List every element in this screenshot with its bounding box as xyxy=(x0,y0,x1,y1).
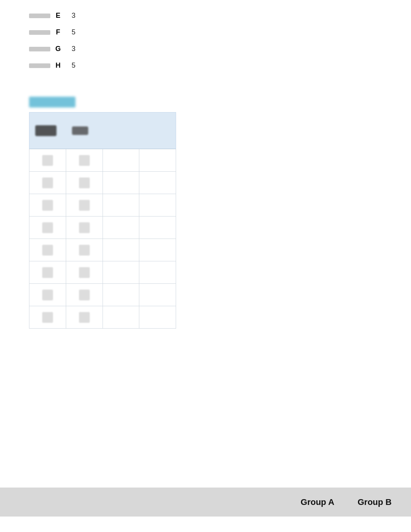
cell-icon xyxy=(42,245,53,256)
table-cell xyxy=(66,194,103,217)
cell-icon xyxy=(79,245,90,256)
legend-value-h: 5 xyxy=(72,61,75,70)
legend-item-h: H 5 xyxy=(29,61,75,70)
table-cell xyxy=(29,306,66,329)
cell-icon xyxy=(42,290,53,300)
table-row xyxy=(29,306,176,329)
legend-item-g: G 3 xyxy=(29,45,75,53)
legend-bar-f xyxy=(29,30,50,35)
table-cell xyxy=(139,194,176,217)
legend-label-f: F xyxy=(54,28,62,36)
table-row xyxy=(29,284,176,306)
legend-value-f: 5 xyxy=(72,28,75,36)
footer-bar: Group A Group B xyxy=(0,488,411,517)
legend-bar-h xyxy=(29,63,50,68)
table-row xyxy=(29,172,176,194)
table-cell xyxy=(103,239,139,261)
cell-icon xyxy=(79,290,90,300)
table-row xyxy=(29,261,176,284)
table-cell xyxy=(103,306,139,329)
table-row xyxy=(29,217,176,239)
blot-band-2 xyxy=(72,126,88,135)
section-header xyxy=(29,97,75,107)
legend-value-e: 3 xyxy=(72,12,75,20)
table-cell xyxy=(66,261,103,284)
legend-item-f: F 5 xyxy=(29,28,75,36)
table-row xyxy=(29,149,176,172)
cell-icon xyxy=(79,312,90,323)
table-cell xyxy=(29,284,66,306)
cell-icon xyxy=(79,200,90,211)
group-b-label: Group B xyxy=(358,497,392,507)
table-cell xyxy=(103,261,139,284)
table-cell xyxy=(139,217,176,239)
legend-bar-g xyxy=(29,47,50,51)
table-cell xyxy=(66,172,103,194)
legend-label-e: E xyxy=(54,12,62,20)
legend-value-g: 3 xyxy=(72,45,75,53)
table-cell xyxy=(103,284,139,306)
table-cell xyxy=(29,172,66,194)
table-cell xyxy=(66,217,103,239)
table-cell xyxy=(103,217,139,239)
legend-bar-e xyxy=(29,14,50,18)
table-cell xyxy=(29,149,66,172)
legend-label-h: H xyxy=(54,61,62,70)
cell-icon xyxy=(42,312,53,323)
table-cell xyxy=(66,306,103,329)
cell-icon xyxy=(79,177,90,188)
table-cell xyxy=(139,261,176,284)
table-cell xyxy=(103,194,139,217)
table-cell xyxy=(103,172,139,194)
table-cell xyxy=(139,149,176,172)
data-table xyxy=(29,149,176,329)
cell-icon xyxy=(42,267,53,278)
cell-icon xyxy=(42,222,53,233)
legend-section: E 3 F 5 G 3 H 5 xyxy=(29,12,75,78)
table-cell xyxy=(29,194,66,217)
table-cell xyxy=(66,284,103,306)
group-a-label: Group A xyxy=(301,497,334,507)
table-cell xyxy=(66,149,103,172)
table-cell xyxy=(103,149,139,172)
table-row xyxy=(29,194,176,217)
cell-icon xyxy=(42,177,53,188)
table-row xyxy=(29,239,176,261)
table-cell xyxy=(29,217,66,239)
legend-label-g: G xyxy=(54,45,62,53)
page-content: E 3 F 5 G 3 H 5 xyxy=(0,0,411,532)
cell-icon xyxy=(79,222,90,233)
cell-icon xyxy=(42,200,53,211)
cell-icon xyxy=(79,267,90,278)
table-cell xyxy=(29,261,66,284)
table-cell xyxy=(29,239,66,261)
table-cell xyxy=(139,172,176,194)
table-cell xyxy=(139,239,176,261)
table-cell xyxy=(66,239,103,261)
cell-icon xyxy=(79,155,90,166)
cell-icon xyxy=(42,155,53,166)
legend-item-e: E 3 xyxy=(29,12,75,20)
table-cell xyxy=(139,284,176,306)
main-panel xyxy=(29,112,176,329)
blot-band-1 xyxy=(35,125,57,136)
blot-image-area xyxy=(29,112,176,149)
table-cell xyxy=(139,306,176,329)
